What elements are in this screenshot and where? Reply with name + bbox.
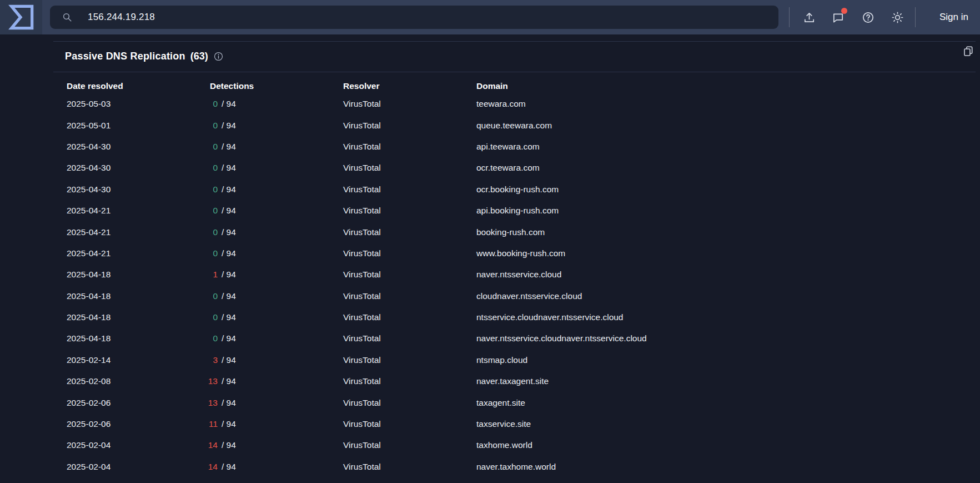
date-resolved-cell: 2025-02-14 — [67, 350, 110, 371]
date-resolved-cell: 2025-05-01 — [67, 114, 110, 136]
detections-count: 0 — [194, 185, 218, 195]
domain-link[interactable]: booking-rush.com — [476, 221, 545, 242]
resolver-cell: VirusTotal — [343, 371, 381, 392]
detections-total: / 94 — [222, 185, 236, 195]
copy-button[interactable] — [961, 43, 976, 59]
detections-cell: 0 / 94 — [194, 200, 236, 221]
detections-cell: 13 / 94 — [194, 392, 236, 413]
passive-dns-table: 2025-05-03 0 / 94 VirusTotal teewara.com… — [53, 93, 976, 477]
column-header-date: Date resolved — [67, 78, 123, 94]
virustotal-logo[interactable] — [0, 0, 42, 34]
detections-cell: 0 / 94 — [194, 136, 236, 157]
detections-total: / 94 — [222, 419, 236, 429]
detections-count: 0 — [194, 142, 218, 152]
detections-cell: 0 / 94 — [194, 93, 236, 114]
date-resolved-cell: 2025-04-18 — [67, 286, 110, 307]
domain-link[interactable]: www.booking-rush.com — [476, 243, 565, 264]
column-header-domain: Domain — [476, 78, 508, 94]
info-button[interactable] — [213, 51, 224, 62]
detections-total: / 94 — [222, 312, 236, 322]
detections-cell: 1 / 94 — [194, 264, 236, 285]
theme-toggle-icon — [891, 11, 904, 24]
resolver-cell: VirusTotal — [343, 93, 381, 114]
date-resolved-cell: 2025-02-06 — [67, 414, 110, 435]
table-row: 2025-05-03 0 / 94 VirusTotal teewara.com — [53, 93, 976, 114]
domain-link[interactable]: api.booking-rush.com — [476, 200, 559, 221]
resolver-cell: VirusTotal — [343, 328, 381, 349]
theme-toggle-button[interactable] — [889, 9, 906, 26]
feedback-button[interactable] — [830, 9, 846, 26]
table-row: 2025-04-30 0 / 94 VirusTotal ocr.booking… — [53, 179, 976, 200]
domain-link[interactable]: taxagent.site — [476, 392, 525, 413]
info-icon — [214, 52, 223, 61]
detections-cell: 11 / 94 — [194, 414, 236, 435]
domain-link[interactable]: naver.ntsservice.cloudnaver.ntsservice.c… — [476, 328, 647, 349]
detections-cell: 0 / 94 — [194, 114, 236, 136]
resolver-cell: VirusTotal — [343, 221, 381, 242]
detections-count: 1 — [194, 270, 218, 280]
domain-link[interactable]: ntsservice.cloudnaver.ntsservice.cloud — [476, 307, 624, 328]
detections-cell: 14 / 94 — [194, 456, 236, 477]
detections-count: 0 — [194, 206, 218, 216]
detections-cell: 0 / 94 — [194, 221, 236, 242]
upload-button[interactable] — [801, 9, 817, 26]
date-resolved-cell: 2025-04-30 — [67, 157, 110, 178]
table-row: 2025-04-18 0 / 94 VirusTotal naver.ntsse… — [53, 328, 976, 349]
domain-link[interactable]: naver.taxagent.site — [476, 371, 549, 392]
resolver-cell: VirusTotal — [343, 392, 381, 413]
table-row: 2025-02-14 3 / 94 VirusTotal ntsmap.clou… — [53, 350, 976, 371]
section-header: Passive DNS Replication (63) — [65, 41, 224, 72]
domain-link[interactable]: naver.taxhome.world — [476, 456, 556, 477]
resolver-cell: VirusTotal — [343, 456, 381, 477]
detections-count: 0 — [194, 312, 218, 322]
help-button[interactable] — [860, 9, 876, 26]
search-bar[interactable] — [50, 6, 778, 29]
detections-count: 0 — [194, 227, 218, 237]
domain-link[interactable]: taxhome.world — [476, 435, 532, 456]
detections-cell: 0 / 94 — [194, 179, 236, 200]
detections-cell: 14 / 94 — [194, 435, 236, 456]
date-resolved-cell: 2025-04-18 — [67, 264, 110, 285]
domain-link[interactable]: api.teewara.com — [476, 136, 540, 157]
detections-cell: 13 / 94 — [194, 371, 236, 392]
detections-total: / 94 — [222, 355, 236, 365]
table-row: 2025-04-18 0 / 94 VirusTotal cloudnaver.… — [53, 286, 976, 307]
help-icon — [862, 11, 875, 24]
detections-cell: 0 / 94 — [194, 307, 236, 328]
date-resolved-cell: 2025-04-18 — [67, 328, 110, 349]
table-row: 2025-05-01 0 / 94 VirusTotal queue.teewa… — [53, 114, 976, 136]
detections-count: 13 — [194, 398, 218, 408]
search-input[interactable] — [88, 6, 765, 29]
date-resolved-cell: 2025-04-30 — [67, 136, 110, 157]
table-row: 2025-04-30 0 / 94 VirusTotal api.teewara… — [53, 136, 976, 157]
table-header: Date resolved Detections Resolver Domain — [53, 78, 976, 94]
detections-total: / 94 — [222, 333, 236, 343]
domain-link[interactable]: teewara.com — [476, 93, 526, 114]
date-resolved-cell: 2025-04-21 — [67, 221, 110, 242]
date-resolved-cell: 2025-04-18 — [67, 307, 110, 328]
search-icon — [62, 12, 72, 22]
domain-link[interactable]: ocr.teewara.com — [476, 157, 540, 178]
sign-in-link[interactable]: Sign in — [939, 0, 968, 34]
date-resolved-cell: 2025-02-06 — [67, 392, 110, 413]
resolver-cell: VirusTotal — [343, 286, 381, 307]
resolver-cell: VirusTotal — [343, 200, 381, 221]
domain-link[interactable]: ntsmap.cloud — [476, 350, 527, 371]
table-row: 2025-02-04 14 / 94 VirusTotal naver.taxh… — [53, 456, 976, 477]
table-row: 2025-04-21 0 / 94 VirusTotal booking-rus… — [53, 221, 976, 242]
domain-link[interactable]: queue.teewara.com — [476, 114, 552, 136]
domain-link[interactable]: cloudnaver.ntsservice.cloud — [476, 286, 582, 307]
detections-count: 0 — [194, 333, 218, 343]
detections-total: / 94 — [222, 142, 236, 152]
resolver-cell: VirusTotal — [343, 157, 381, 178]
table-row: 2025-04-21 0 / 94 VirusTotal www.booking… — [53, 243, 976, 264]
domain-link[interactable]: taxservice.site — [476, 414, 531, 435]
date-resolved-cell: 2025-04-30 — [67, 179, 110, 200]
table-row: 2025-04-21 0 / 94 VirusTotal api.booking… — [53, 200, 976, 221]
domain-link[interactable]: ocr.booking-rush.com — [476, 179, 559, 200]
detections-cell: 0 / 94 — [194, 328, 236, 349]
domain-link[interactable]: naver.ntsservice.cloud — [476, 264, 561, 285]
detections-cell: 0 / 94 — [194, 157, 236, 178]
detections-count: 13 — [194, 376, 218, 386]
table-row: 2025-04-30 0 / 94 VirusTotal ocr.teewara… — [53, 157, 976, 178]
